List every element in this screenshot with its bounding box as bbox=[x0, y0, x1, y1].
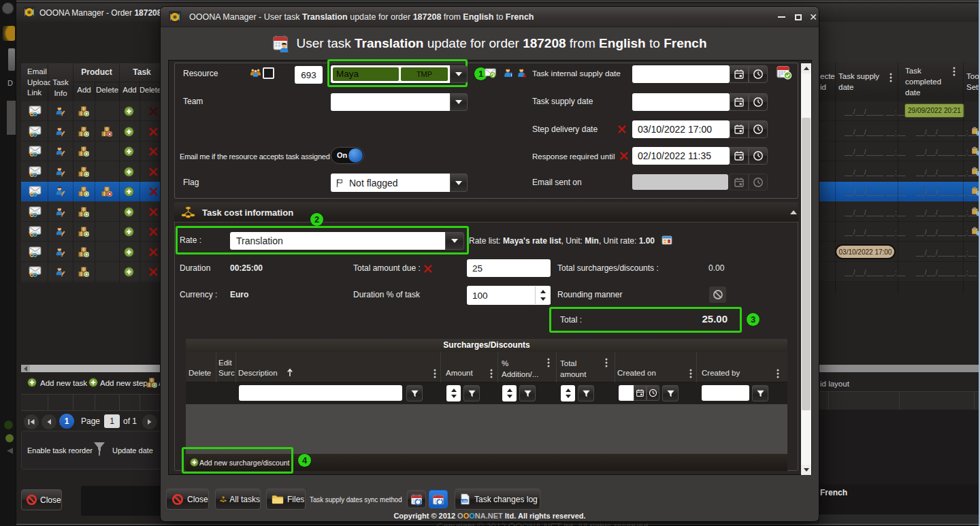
task-info-icon[interactable] bbox=[55, 206, 65, 217]
supply-calendar-button[interactable] bbox=[730, 93, 749, 111]
resource-combo[interactable]: Maya TMP bbox=[331, 65, 450, 83]
task-info-icon[interactable] bbox=[55, 146, 65, 157]
col-created-on-menu-icon[interactable] bbox=[689, 369, 692, 378]
email-upload-link-icon[interactable] bbox=[29, 266, 42, 277]
created-on-calendar-button[interactable] bbox=[634, 385, 647, 401]
cost-section-header[interactable]: Task cost information bbox=[174, 202, 798, 223]
product-add-icon[interactable] bbox=[78, 266, 89, 277]
step-delivery-clear-icon[interactable] bbox=[617, 125, 627, 134]
hscroll-thumb[interactable] bbox=[30, 365, 163, 372]
add-task-plus-icon[interactable] bbox=[27, 378, 37, 387]
page-current-badge[interactable]: 1 bbox=[59, 414, 74, 429]
task-table-row[interactable] bbox=[21, 222, 164, 242]
task-info-icon[interactable] bbox=[55, 105, 65, 116]
col-task-completed-date[interactable]: Taskcompleteddate bbox=[905, 65, 941, 98]
update-date-label[interactable]: Update date bbox=[112, 446, 153, 456]
hscroll-left-arrow[interactable] bbox=[21, 365, 30, 372]
task-table-row-right[interactable]: 03/10/2022 17:00__/__/____ __:__ bbox=[819, 242, 979, 262]
page-first-button[interactable] bbox=[24, 414, 39, 429]
task-add-icon[interactable] bbox=[124, 167, 134, 177]
supply-clock-button[interactable] bbox=[749, 93, 768, 111]
task-table-row-right[interactable]: __/__/____ __:____/__/____ __:__ bbox=[819, 222, 979, 242]
duration-pct-spinner[interactable] bbox=[535, 286, 551, 304]
team-dropdown-button[interactable] bbox=[450, 93, 468, 111]
task-info-icon[interactable] bbox=[55, 226, 65, 237]
task-table-row[interactable] bbox=[21, 142, 164, 161]
task-delete-icon[interactable] bbox=[148, 106, 159, 116]
task-delete-icon[interactable] bbox=[148, 146, 159, 157]
email-upload-link-icon[interactable] bbox=[29, 206, 42, 217]
modal-titlebar[interactable]: OOONA Manager - User task Translation up… bbox=[161, 7, 819, 27]
email-upload-link-icon[interactable] bbox=[29, 226, 42, 237]
task-info-icon[interactable] bbox=[55, 186, 65, 197]
task-add-icon[interactable] bbox=[124, 146, 134, 157]
task-table-row-right[interactable]: __/__/____ __:____/__/____ __:__ bbox=[819, 162, 979, 182]
product-add-icon[interactable] bbox=[78, 126, 89, 137]
rate-dropdown-button[interactable] bbox=[445, 232, 464, 250]
task-info-icon[interactable] bbox=[55, 246, 65, 257]
task-table-row-right[interactable]: __/__/____ __:____/__/____ __:__ bbox=[819, 122, 979, 142]
scroll-thumb[interactable] bbox=[802, 118, 811, 410]
task-table-row[interactable] bbox=[21, 242, 164, 262]
resource-remove-icon[interactable] bbox=[517, 67, 527, 78]
resource-id-input[interactable]: 693 bbox=[295, 66, 323, 84]
french-cell[interactable]: French bbox=[820, 488, 847, 498]
task-add-icon[interactable] bbox=[124, 106, 134, 116]
col-email-upload-link[interactable]: Email Upload Link bbox=[27, 67, 50, 99]
col-completed-menu-icon[interactable] bbox=[953, 67, 956, 76]
product-delete-icon[interactable] bbox=[101, 186, 112, 197]
product-add-icon[interactable] bbox=[78, 226, 89, 237]
internal-supply-clock-button[interactable] bbox=[749, 65, 768, 83]
col-product-delete[interactable]: Delete bbox=[95, 86, 120, 94]
response-required-clock-button[interactable] bbox=[749, 147, 768, 165]
supply-input[interactable] bbox=[632, 93, 730, 111]
product-add-icon[interactable] bbox=[78, 246, 89, 257]
col-task-delete[interactable]: Delete bbox=[140, 86, 161, 94]
col-description[interactable]: Description bbox=[238, 369, 278, 377]
task-delete-icon[interactable] bbox=[148, 186, 159, 197]
col-description-menu-icon[interactable] bbox=[434, 369, 436, 378]
col-product-add[interactable]: Add bbox=[74, 86, 95, 94]
close-window-button[interactable]: ✕ bbox=[806, 10, 821, 24]
step-delivery-calendar-button[interactable] bbox=[730, 120, 749, 138]
task-table-row-right[interactable]: __/__/____ __:____/__/____ __:__ bbox=[819, 182, 979, 201]
mail-accept-icon[interactable] bbox=[485, 68, 496, 78]
rate-combo[interactable]: Translation bbox=[230, 232, 445, 250]
task-delete-icon[interactable] bbox=[148, 167, 159, 177]
task-table-row-right[interactable]: __/__/____ __:__29/09/2022 20:21 bbox=[819, 101, 979, 121]
task-table-row-right[interactable]: __/__/____ __:____/__/____ __:__ bbox=[819, 262, 979, 282]
grid-layout-label[interactable]: id layout bbox=[820, 379, 849, 389]
task-delete-icon[interactable] bbox=[148, 207, 159, 217]
collapse-icon[interactable] bbox=[790, 210, 797, 214]
page-prev-button[interactable] bbox=[42, 414, 56, 429]
task-add-icon[interactable] bbox=[124, 127, 134, 137]
product-add-icon[interactable] bbox=[78, 206, 89, 217]
response-required-input[interactable]: 02/10/2022 11:35 bbox=[632, 147, 730, 165]
resource-name-chip[interactable]: Maya bbox=[333, 67, 399, 81]
created-on-filter-input[interactable] bbox=[619, 385, 634, 401]
task-info-icon[interactable] bbox=[55, 166, 65, 177]
page-next-button[interactable] bbox=[142, 414, 157, 429]
task-changes-log-button[interactable]: LOG Task changes log bbox=[455, 489, 540, 510]
add-product-icon[interactable] bbox=[146, 377, 157, 388]
col-supply-menu-icon[interactable] bbox=[889, 73, 892, 82]
email-upload-link-icon[interactable] bbox=[29, 186, 42, 197]
col-bid[interactable]: ecteid bbox=[820, 71, 835, 93]
email-me-toggle[interactable]: On bbox=[331, 147, 364, 164]
add-new-task-button[interactable]: Add new task bbox=[40, 378, 87, 389]
col-created-by[interactable]: Created by bbox=[702, 369, 740, 377]
rounding-button[interactable] bbox=[709, 286, 726, 303]
product-add-icon[interactable] bbox=[78, 166, 89, 177]
step-delivery-clock-button[interactable] bbox=[749, 120, 768, 138]
task-add-icon[interactable] bbox=[124, 186, 134, 197]
supply-dates-check-icon[interactable] bbox=[777, 65, 792, 80]
amount-filter-button[interactable] bbox=[463, 385, 480, 401]
files-button[interactable]: Files bbox=[266, 489, 306, 510]
task-delete-icon[interactable] bbox=[148, 127, 159, 137]
resource-dropdown-button[interactable] bbox=[450, 65, 468, 83]
group-product[interactable]: Product bbox=[74, 67, 120, 77]
col-total-amount[interactable]: Totalamount bbox=[560, 358, 586, 380]
description-filter-input[interactable] bbox=[239, 385, 402, 401]
total-filter-button[interactable] bbox=[578, 385, 594, 401]
col-pct-addition[interactable]: %Addition/... bbox=[502, 358, 538, 380]
